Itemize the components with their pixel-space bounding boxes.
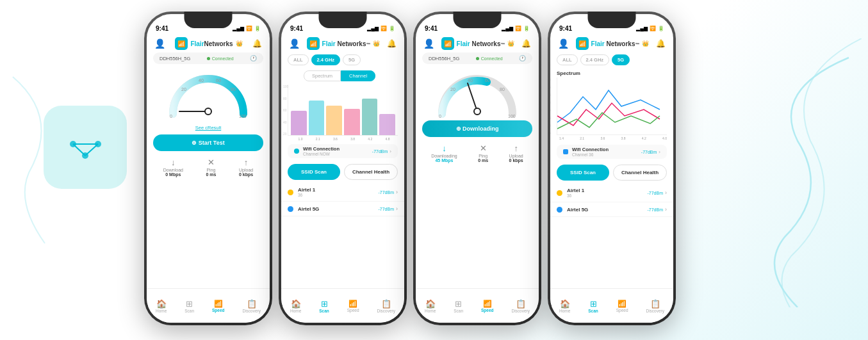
p3-battery-icon: 🔋: [523, 26, 530, 31]
p3-download-stat: ↓ Downloading 45 Mbps: [431, 142, 457, 163]
bar-label-6: 4.8: [380, 137, 395, 141]
svg-text:60: 60: [216, 78, 221, 83]
svg-text:0: 0: [170, 114, 172, 118]
p1-bell-icon: 🔔: [252, 39, 262, 48]
p1-time: 9:41: [156, 25, 168, 32]
svg-text:100: 100: [239, 114, 247, 118]
svg-text:80: 80: [231, 87, 236, 92]
p4-time: 9:41: [559, 25, 572, 32]
p4-tab-all[interactable]: ALL: [557, 54, 578, 65]
p3-signal-icon: ▂▄▆: [502, 26, 513, 31]
p2-channel-health[interactable]: Channel Health: [344, 164, 398, 180]
p1-signal-icon: ▂▄▆: [233, 26, 244, 31]
p4-nav-scan[interactable]: ⊞ Scan: [588, 299, 598, 313]
p4-app-name: Flair Networks™: [591, 40, 640, 47]
p3-time: 9:41: [425, 25, 438, 32]
p1-upload-stat: ↑ Upload 0 kbps: [239, 156, 253, 177]
p3-clock-icon: 🕐: [519, 55, 526, 61]
bar-5: [362, 99, 378, 135]
svg-line-20: [468, 83, 477, 111]
bar-1: [291, 111, 307, 135]
p1-bottom-nav: 🏠 Home ⊞ Scan 📶 Speed 📋 Discovery: [147, 288, 270, 323]
p4-crown: 👑: [642, 40, 649, 47]
p3-nav-speed[interactable]: 📶 Speed: [481, 300, 494, 312]
p4-wifi-icon: 🛜: [650, 26, 656, 31]
p1-nav-home[interactable]: 🏠 Home: [156, 299, 167, 313]
p3-bell-icon: 🔔: [521, 39, 531, 48]
svg-point-21: [474, 108, 480, 115]
bar-label-5: 4.2: [363, 137, 378, 141]
phone-2: 9:41 ▂▄▆ 🛜 🔋 👤 📶 Flair Networks™ 👑 🔔: [279, 12, 407, 325]
phone-4-screen: 9:41 ▂▄▆ 🛜 🔋 👤 📶 Flair Networks™ 👑 🔔: [550, 14, 673, 323]
bar-label-2: 2.1: [310, 137, 325, 141]
p1-clock-icon: 🕐: [250, 55, 257, 61]
p2-tab-all[interactable]: ALL: [288, 54, 309, 65]
p3-wifi-icon: 🛜: [515, 26, 521, 31]
p2-tab-spectrum[interactable]: Spectrum: [304, 70, 341, 81]
p4-nav-home[interactable]: 🏠 Home: [559, 299, 570, 313]
p1-see-result[interactable]: See cResult: [195, 125, 221, 131]
bar-label-3: 3.6: [327, 137, 343, 141]
p4-channel-health[interactable]: Channel Health: [613, 165, 667, 181]
p3-speedometer: 0 20 40 60 80 100: [432, 68, 522, 119]
svg-text:40: 40: [199, 78, 204, 83]
p1-download-stat: ↓ Download 0 Mbps: [163, 156, 183, 177]
p1-wifi-icon: 🛜: [246, 26, 252, 31]
p3-user-icon: 👤: [423, 38, 434, 49]
p2-app-name: Flair Networks™: [322, 40, 371, 47]
p1-start-test[interactable]: ⊕ Start Test: [153, 134, 263, 151]
p2-nav-scan[interactable]: ⊞ Scan: [319, 299, 329, 313]
p4-nav-discovery[interactable]: 📋 Discovery: [646, 299, 664, 313]
bar-2: [309, 101, 325, 135]
p2-network-1: Airtel 1 36 -77dBm ›: [281, 183, 404, 202]
p1-connected: Connected: [212, 56, 234, 61]
p3-nav-discovery[interactable]: 📋 Discovery: [511, 299, 530, 313]
p2-wifi-icon: 🛜: [381, 26, 387, 31]
svg-text:20: 20: [181, 87, 186, 92]
p3-nav-home[interactable]: 🏠 Home: [425, 299, 436, 313]
svg-text:40: 40: [468, 78, 473, 83]
bar-label-4: 3.8: [345, 137, 361, 141]
p1-nav-speed[interactable]: 📶 Speed: [212, 300, 225, 312]
p4-battery-icon: 🔋: [658, 26, 664, 31]
p2-crown: 👑: [373, 40, 380, 47]
p4-nav-speed[interactable]: 📶 Speed: [616, 300, 628, 312]
p4-signal-icon: ▂▄▆: [636, 26, 648, 31]
p4-ssid-scan[interactable]: SSID Scan: [557, 165, 609, 181]
p3-ping-stat: ✕ Ping 0 ms: [478, 142, 488, 163]
phone-1: 9:41 ▂▄▆ 🛜 🔋 👤 📶 FlairNetworks 👑 🔔: [144, 12, 272, 325]
p2-battery-icon: 🔋: [389, 26, 395, 31]
svg-text:20: 20: [450, 87, 455, 92]
p3-nav-scan[interactable]: ⊞ Scan: [454, 299, 463, 313]
p2-tab-5g[interactable]: 5G: [343, 54, 361, 65]
p4-bell-icon: 🔔: [656, 39, 666, 48]
p2-network-2: Airtel 5G -77dBm ›: [281, 202, 404, 216]
p1-nav-scan[interactable]: ⊞ Scan: [184, 299, 194, 313]
p3-downloading[interactable]: ⊕ Downloading: [422, 120, 532, 137]
p2-ssid-scan[interactable]: SSID Scan: [288, 164, 340, 180]
svg-text:80: 80: [500, 87, 505, 92]
p4-tab-5g[interactable]: 5G: [612, 54, 630, 65]
p4-bottom-nav: 🏠 Home ⊞ Scan 📶 Speed 📋 Discovery: [550, 288, 673, 323]
p2-nav-discovery[interactable]: 📋 Discovery: [377, 299, 395, 313]
right-decoration: [746, 38, 862, 307]
phone-1-screen: 9:41 ▂▄▆ 🛜 🔋 👤 📶 FlairNetworks 👑 🔔: [147, 14, 270, 323]
p1-user-icon: 👤: [154, 38, 165, 49]
svg-text:60: 60: [485, 78, 490, 83]
phone-3-screen: 9:41 ▂▄▆ 🛜 🔋 👤 📶 Flair Networks™ 👑 🔔: [416, 14, 539, 323]
p1-nav-discovery[interactable]: 📋 Discovery: [242, 299, 261, 313]
p1-crown: 👑: [236, 40, 243, 47]
p2-bottom-nav: 🏠 Home ⊞ Scan 📶 Speed 📋 Discovery: [281, 288, 404, 323]
p4-tab-24ghz[interactable]: 2.4 GHz: [580, 54, 610, 65]
p2-nav-home[interactable]: 🏠 Home: [290, 299, 301, 313]
p3-upload-stat: ↑ Upload 0 kbps: [509, 142, 523, 163]
svg-text:100: 100: [508, 114, 516, 118]
p1-app-name: FlairNetworks: [190, 40, 233, 47]
p3-crown: 👑: [507, 40, 514, 47]
p2-nav-speed[interactable]: 📶 Speed: [347, 300, 359, 312]
bar-label-1: 1.0: [293, 137, 308, 141]
p4-spectrum-chart: [557, 77, 666, 135]
p3-bottom-nav: 🏠 Home ⊞ Scan 📶 Speed 📋 Discovery: [416, 288, 539, 323]
p2-tab-channel[interactable]: Channel: [341, 70, 375, 81]
p2-tab-24ghz[interactable]: 2.4 GHz: [311, 54, 341, 65]
